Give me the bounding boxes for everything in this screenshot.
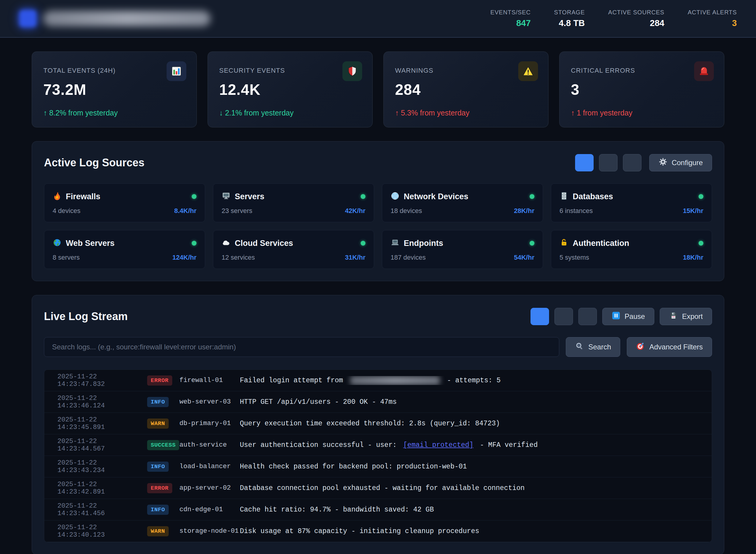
log-rows-container[interactable]: 2025-11-22 14:23:47.832 ERROR firewall-0… [44, 370, 712, 542]
protected-email-link[interactable]: [email protected] [403, 441, 473, 449]
log-row[interactable]: 2025-11-22 14:23:47.832 ERROR firewall-0… [44, 370, 712, 391]
source-card-authentication[interactable]: Authentication 5 systems 18K/hr [551, 230, 712, 269]
log-message: Cache hit ratio: 94.7% - bandwidth saved… [240, 506, 703, 514]
log-filter-all-levels[interactable] [530, 308, 549, 325]
source-card-databases[interactable]: Databases 6 instances 15K/hr [551, 183, 712, 222]
log-message: Failed login attempt from - attempts: 5 [240, 376, 703, 385]
log-timestamp: 2025-11-22 14:23:45.891 [57, 416, 147, 431]
source-rate: 15K/hr [683, 207, 703, 215]
source-count: 8 servers [53, 254, 79, 262]
stat-card-value: 12.4K [219, 81, 361, 98]
monitor-icon [222, 191, 231, 202]
log-level-badge: ERROR [147, 483, 172, 493]
cloud-icon [222, 238, 231, 248]
source-count: 12 services [222, 254, 255, 262]
source-filter-security[interactable] [599, 154, 618, 171]
source-filter-all-sources[interactable] [575, 154, 594, 171]
top-header: EVENTS/SEC 847 STORAGE 4.8 TB ACTIVE SOU… [0, 0, 756, 38]
source-card-firewalls[interactable]: Firewalls 4 devices 8.4K/hr [44, 183, 205, 222]
header-stat-label: STORAGE [554, 9, 585, 16]
source-count: 5 systems [560, 254, 589, 262]
log-row[interactable]: 2025-11-22 14:23:43.234 INFO load-balanc… [44, 456, 712, 478]
source-card-endpoints[interactable]: Endpoints 187 devices 54K/hr [382, 230, 543, 269]
source-card-network-devices[interactable]: Network Devices 18 devices 28K/hr [382, 183, 543, 222]
log-filter-errors-only[interactable] [555, 308, 573, 325]
source-count: 18 devices [391, 207, 422, 215]
stat-card-change: ↑ 5.3% from yesterday [395, 109, 537, 117]
status-dot [699, 194, 703, 199]
stat-card-value: 3 [571, 81, 713, 98]
log-level-badge: SUCCESS [147, 440, 179, 450]
bar-chart-icon [167, 61, 186, 81]
source-name: Cloud Services [235, 239, 356, 248]
lock-icon [560, 238, 569, 248]
source-rate: 28K/hr [514, 207, 534, 215]
source-count: 23 servers [222, 207, 252, 215]
log-level-badge: WARN [147, 419, 169, 429]
log-level-badge: INFO [147, 397, 169, 407]
source-name: Web Servers [66, 239, 187, 248]
active-log-sources-panel: Active Log Sources Configure Firewalls 4… [32, 141, 724, 281]
source-rate: 54K/hr [514, 254, 534, 262]
status-dot [530, 241, 534, 245]
stat-cards-section: TOTAL EVENTS (24H) 73.2M ↑ 8.2% from yes… [32, 51, 724, 127]
sources-title: Active Log Sources [44, 157, 144, 169]
log-source: db-primary-01 [179, 420, 240, 427]
stat-card-label: CRITICAL ERRORS [571, 67, 713, 74]
log-source: auth-service [179, 441, 240, 449]
stat-card-label: SECURITY EVENTS [219, 67, 361, 74]
stat-card-label: TOTAL EVENTS (24H) [43, 67, 185, 74]
source-rate: 124K/hr [172, 254, 196, 262]
export-button[interactable]: Export [660, 308, 712, 325]
header-stat-value: 284 [608, 18, 664, 28]
pause-button[interactable]: Pause [602, 308, 654, 325]
advanced-filters-button[interactable]: Advanced Filters [627, 337, 712, 357]
log-search-input[interactable] [44, 337, 559, 357]
stat-card-change: ↓ 2.1% from yesterday [219, 109, 361, 117]
status-dot [192, 241, 196, 245]
header-stat-label: ACTIVE SOURCES [608, 9, 664, 16]
siren-icon [694, 61, 714, 81]
log-row[interactable]: 2025-11-22 14:23:44.567 SUCCESS auth-ser… [44, 434, 712, 456]
log-row[interactable]: 2025-11-22 14:23:40.123 WARN storage-nod… [44, 520, 712, 542]
source-name: Network Devices [404, 192, 525, 201]
log-message: Query execution time exceeded threshold:… [240, 420, 703, 428]
log-message: User authentication successful - user: [… [240, 441, 703, 449]
status-dot [192, 194, 196, 199]
log-timestamp: 2025-11-22 14:23:44.567 [57, 438, 147, 453]
header-stat-label: ACTIVE ALERTS [688, 9, 737, 16]
source-rate: 31K/hr [345, 254, 365, 262]
log-timestamp: 2025-11-22 14:23:47.832 [57, 373, 147, 388]
log-row[interactable]: 2025-11-22 14:23:42.891 ERROR app-server… [44, 478, 712, 499]
source-filter-infrastructure[interactable] [623, 154, 641, 171]
stat-card: WARNINGS 284 ↑ 5.3% from yesterday [384, 51, 548, 127]
stat-card: SECURITY EVENTS 12.4K ↓ 2.1% from yester… [208, 51, 372, 127]
search-icon [575, 342, 584, 352]
source-card-web-servers[interactable]: Web Servers 8 servers 124K/hr [44, 230, 205, 269]
source-card-cloud-services[interactable]: Cloud Services 12 services 31K/hr [213, 230, 374, 269]
source-count: 6 instances [560, 207, 593, 215]
stat-card: TOTAL EVENTS (24H) 73.2M ↑ 8.2% from yes… [32, 51, 197, 127]
globe-icon [391, 191, 400, 202]
log-source: load-balancer [179, 463, 240, 470]
source-name: Servers [235, 192, 356, 201]
header-stat-label: EVENTS/SEC [490, 9, 531, 16]
stat-card-value: 284 [395, 81, 537, 98]
search-button[interactable]: Search [566, 337, 620, 357]
log-row[interactable]: 2025-11-22 14:23:45.891 WARN db-primary-… [44, 413, 712, 434]
source-card-servers[interactable]: Servers 23 servers 42K/hr [213, 183, 374, 222]
log-filter-security[interactable] [578, 308, 597, 325]
source-name: Databases [573, 192, 694, 201]
warning-icon [518, 61, 538, 81]
live-log-stream-panel: Live Log Stream PauseExport Search Advan… [32, 295, 724, 554]
log-row[interactable]: 2025-11-22 14:23:41.456 INFO cdn-edge-01… [44, 499, 712, 520]
source-cards-grid: Firewalls 4 devices 8.4K/hr Servers 23 s… [44, 183, 712, 269]
log-level-badge: WARN [147, 526, 169, 536]
log-stream-title: Live Log Stream [44, 310, 128, 323]
header-stat-value: 3 [688, 18, 737, 28]
configure-button[interactable]: Configure [649, 154, 712, 171]
pause-icon [612, 311, 621, 322]
source-name: Endpoints [404, 239, 525, 248]
status-dot [530, 194, 534, 199]
log-row[interactable]: 2025-11-22 14:23:46.124 INFO web-server-… [44, 391, 712, 413]
